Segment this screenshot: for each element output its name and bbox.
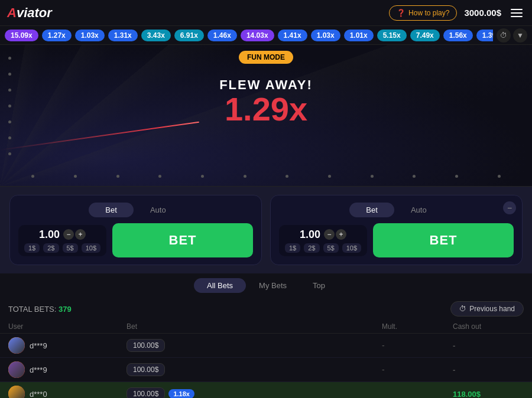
quick-amt-1-btn[interactable]: 1$ — [24, 243, 40, 253]
avatar — [8, 337, 25, 354]
col-header-user: User — [8, 322, 126, 331]
ticker-item[interactable]: 1.03x — [75, 30, 105, 41]
table-row: d***9100.00$-- — [0, 358, 532, 382]
ticker-item[interactable]: 3.43x — [141, 30, 171, 41]
bets-tab-my[interactable]: My Bets — [246, 278, 300, 293]
hamburger-menu-button[interactable] — [508, 6, 525, 19]
game-dot — [8, 136, 11, 139]
ticker-item[interactable]: 7.49x — [410, 30, 440, 41]
ticker-item[interactable]: 6.91x — [174, 30, 204, 41]
bet-decrement-button-2[interactable]: − — [324, 229, 335, 240]
game-dot — [158, 175, 161, 178]
username: d***9 — [30, 366, 47, 374]
logo-red: A — [7, 5, 17, 20]
game-dot — [8, 105, 11, 107]
bets-table-rows: d***9100.00$--d***9100.00$--d***0100.00$… — [0, 334, 532, 398]
game-dot — [455, 175, 458, 178]
hamburger-line — [511, 16, 523, 17]
bet-tab-2-bet[interactable]: Bet — [349, 203, 394, 217]
mult-cell: - — [382, 341, 453, 350]
quick-amt2-1-btn[interactable]: 1$ — [285, 243, 300, 253]
game-dot — [8, 120, 11, 123]
game-dot — [8, 73, 11, 76]
bets-tabs-row: All Bets My Bets Top — [0, 273, 532, 298]
hamburger-line — [511, 12, 523, 14]
ticker-item[interactable]: 14.03x — [241, 30, 274, 41]
bets-tab-all[interactable]: All Bets — [194, 278, 246, 293]
quick-amt2-10-btn[interactable]: 10$ — [342, 243, 361, 253]
quick-amt-10-btn[interactable]: 10$ — [82, 243, 100, 253]
mult-cell: - — [382, 365, 453, 374]
ticker-item[interactable]: 1.03x — [311, 30, 340, 41]
user-cell: d***9 — [8, 337, 126, 354]
bet-stepper-1: − + — [63, 229, 86, 240]
game-dot — [371, 175, 374, 178]
bet-panel-2: − Bet Auto 1.00 − + 1$ 2$ 5$ 10$ — [270, 195, 523, 265]
cashout-cell: - — [453, 366, 524, 374]
ticker-item[interactable]: 1.41x — [278, 30, 307, 41]
quick-amt-5-btn[interactable]: 5$ — [63, 243, 78, 253]
quick-amt2-2-btn[interactable]: 2$ — [304, 243, 319, 253]
bet-tab-2-auto[interactable]: Auto — [394, 203, 443, 217]
ticker-item[interactable]: 1.56x — [443, 30, 473, 41]
how-to-play-icon: ❓ — [397, 9, 406, 17]
user-cell: d***9 — [8, 361, 126, 378]
header-right: ❓ How to play? 3000.00$ — [389, 5, 525, 21]
game-dot — [8, 89, 11, 92]
bet-increment-button-2[interactable]: + — [336, 229, 346, 240]
how-to-play-button[interactable]: ❓ How to play? — [389, 5, 457, 21]
ticker-item[interactable]: 1.46x — [207, 30, 237, 41]
bet-panel-1: Bet Auto 1.00 − + 1$ 2$ 5$ 10$ B — [9, 195, 262, 265]
prev-hand-label: Previous hand — [469, 305, 515, 313]
bet-increment-button-1[interactable]: + — [75, 229, 86, 240]
game-dot — [8, 152, 11, 155]
table-row: d***9100.00$-- — [0, 334, 532, 358]
hamburger-line — [511, 9, 523, 10]
ticker-item[interactable]: 1.39x — [476, 30, 493, 41]
col-header-mult: Mult. — [382, 322, 453, 331]
ticker-settings-button[interactable]: ▼ — [513, 28, 527, 43]
bet-controls-row-2: 1.00 − + 1$ 2$ 5$ 10$ BET — [279, 223, 514, 257]
ticker-history-button[interactable]: ⏱ — [497, 28, 511, 43]
logo-white: viator — [17, 5, 52, 20]
ticker-item[interactable]: 5.15x — [377, 30, 407, 41]
betting-controls: Bet Auto 1.00 − + 1$ 2$ 5$ 10$ B — [0, 187, 532, 273]
multiplier-ticker: 15.09x1.27x1.03x1.31x3.43x6.91x1.46x14.0… — [0, 26, 532, 45]
ticker-item[interactable]: 15.09x — [5, 30, 38, 41]
game-dot — [8, 57, 11, 60]
ticker-item[interactable]: 1.01x — [344, 30, 374, 41]
bet-tab-1-bet[interactable]: Bet — [89, 203, 134, 217]
bet-amount-value-2: 1.00 — [300, 229, 320, 241]
previous-hand-button[interactable]: ⏱ Previous hand — [450, 301, 524, 317]
game-dot — [328, 175, 331, 178]
username: d***0 — [30, 390, 47, 399]
bet-decrement-button-1[interactable]: − — [63, 229, 74, 240]
game-dot — [31, 175, 34, 178]
bet-cell: 100.00$ — [126, 363, 382, 376]
col-header-bet: Bet — [126, 322, 382, 331]
bet-amount-top-2: 1.00 − + — [300, 229, 346, 241]
bets-tab-top[interactable]: Top — [300, 278, 338, 293]
fun-mode-badge: FUN MODE — [239, 51, 293, 64]
avatar — [8, 386, 25, 398]
cashout-cell: - — [453, 341, 524, 350]
bets-header-row: TOTAL BETS: 379 ⏱ Previous hand — [0, 298, 532, 320]
bet-amount-badge: 100.00$ — [126, 387, 165, 398]
bet-cell: 100.00$ — [126, 339, 382, 352]
quick-amt2-5-btn[interactable]: 5$ — [323, 243, 339, 253]
prev-hand-icon: ⏱ — [459, 305, 466, 313]
app-header: Aviator ❓ How to play? 3000.00$ — [0, 0, 532, 26]
bet-button-2[interactable]: BET — [373, 223, 514, 257]
bet-tabs-2: Bet Auto — [279, 203, 514, 217]
bet-amount-value-1: 1.00 — [39, 229, 60, 241]
game-dot — [244, 175, 246, 178]
ticker-item[interactable]: 1.31x — [108, 30, 138, 41]
bet-tab-1-auto[interactable]: Auto — [134, 203, 183, 217]
table-row: d***0100.00$1.18x118.00$ — [0, 382, 532, 398]
game-dot — [74, 175, 77, 178]
game-area: FUN MODE FLEW AWAY! 1.29x — [0, 45, 532, 187]
bet-button-1[interactable]: BET — [112, 223, 253, 257]
quick-amt-2-btn[interactable]: 2$ — [43, 243, 59, 253]
panel-close-button[interactable]: − — [503, 201, 516, 214]
ticker-item[interactable]: 1.27x — [42, 30, 72, 41]
